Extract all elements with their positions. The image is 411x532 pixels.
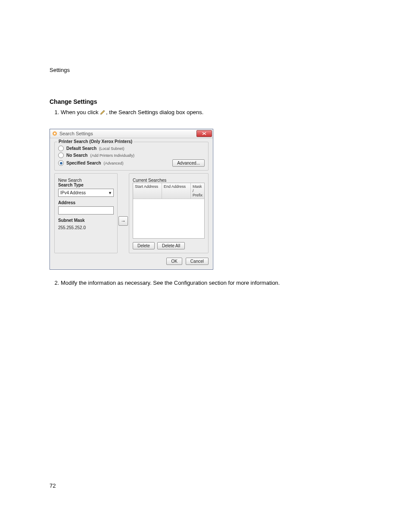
table-header: Start Address End Address Mask / Prefix <box>133 183 204 199</box>
radio-icon <box>58 152 64 158</box>
radio-no-search[interactable]: No Search (Add Printers Individually) <box>58 152 205 158</box>
step-one-part2: , the Search Settings dialog box opens. <box>106 109 203 115</box>
radio-specified-search[interactable]: Specified Search (Advanced) <box>58 160 124 166</box>
page-heading: Change Settings <box>50 98 361 105</box>
delete-button[interactable]: Delete <box>133 242 155 249</box>
page-number: 72 <box>50 482 56 489</box>
search-type-label: Search Type <box>58 183 114 187</box>
ok-button[interactable]: OK <box>166 258 182 265</box>
app-icon <box>52 131 58 137</box>
current-searches-group: Current Searches Start Address End Addre… <box>129 173 209 253</box>
radio-hint: (Local Subnet) <box>99 146 125 151</box>
col-mask-prefix[interactable]: Mask / Prefix <box>191 183 204 199</box>
printer-search-group: Printer Search (Only Xerox Printers) Def… <box>54 142 209 171</box>
search-type-value: IPv4 Address <box>60 190 86 195</box>
svg-point-1 <box>54 133 56 134</box>
radio-icon <box>58 160 64 166</box>
address-input[interactable] <box>58 206 114 215</box>
new-search-group: New Search Search Type IPv4 Address ▼ Ad… <box>54 173 118 253</box>
dialog-title: Search Settings <box>59 131 196 136</box>
close-button[interactable] <box>196 130 212 137</box>
delete-all-button[interactable]: Delete All <box>157 242 185 249</box>
col-start-address[interactable]: Start Address <box>133 183 162 199</box>
current-searches-legend: Current Searches <box>133 178 166 183</box>
cancel-button[interactable]: Cancel <box>186 258 209 265</box>
search-type-select[interactable]: IPv4 Address ▼ <box>58 189 114 197</box>
step-one-part1: When you click <box>61 109 98 115</box>
pencil-icon <box>100 109 106 117</box>
new-search-legend: New Search <box>58 178 81 183</box>
address-label: Address <box>58 200 114 205</box>
search-settings-dialog: Search Settings Printer Search (Only Xer… <box>50 129 213 270</box>
radio-icon <box>58 146 64 151</box>
printer-search-legend: Printer Search (Only Xerox Printers) <box>57 139 134 144</box>
radio-label: Default Search <box>66 146 97 151</box>
radio-default-search[interactable]: Default Search (Local Subnet) <box>58 146 205 151</box>
subnet-mask-label: Subnet Mask <box>58 218 114 223</box>
radio-hint: (Advanced) <box>104 161 124 165</box>
dialog-titlebar[interactable]: Search Settings <box>50 129 213 138</box>
col-end-address[interactable]: End Address <box>162 183 191 199</box>
step-two: Modify the information as necessary. See… <box>61 279 361 287</box>
searches-table[interactable]: Start Address End Address Mask / Prefix <box>133 183 205 239</box>
radio-hint: (Add Printers Individually) <box>90 153 134 158</box>
radio-label: Specified Search <box>66 161 101 165</box>
add-search-button[interactable]: → <box>118 216 128 226</box>
step-one: When you click , the Search Settings dia… <box>61 109 361 117</box>
subnet-mask-value: 255.255.252.0 <box>58 224 114 231</box>
chevron-down-icon: ▼ <box>108 191 112 195</box>
radio-label: No Search <box>66 153 87 158</box>
advanced-button[interactable]: Advanced... <box>172 159 205 167</box>
section-label: Settings <box>50 67 361 73</box>
